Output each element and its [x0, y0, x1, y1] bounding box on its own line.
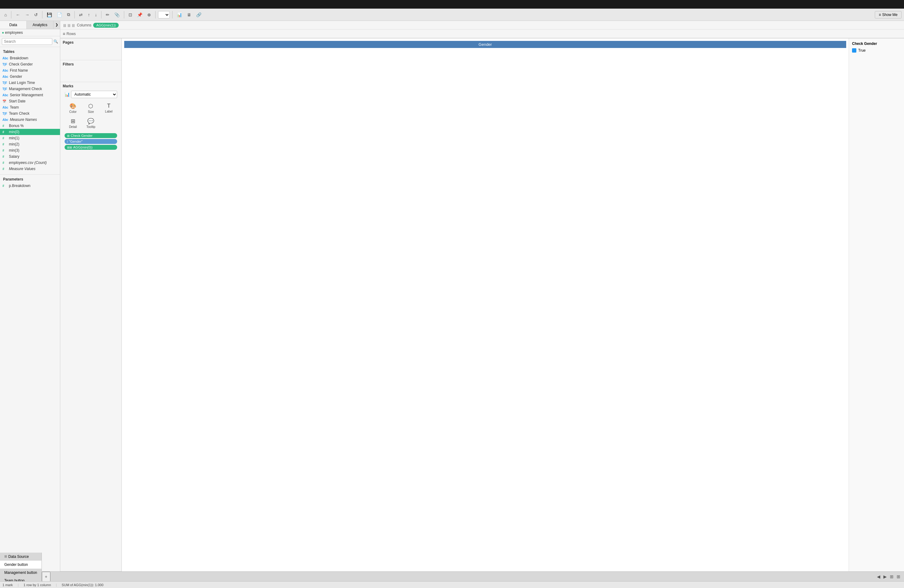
columns-pill[interactable]: AGG(min(1)): [93, 23, 119, 28]
field-bonus-pct[interactable]: #Bonus %: [0, 123, 60, 129]
show-me-button[interactable]: ≡ Show Me: [875, 11, 902, 19]
show-me-label: Show Me: [882, 13, 898, 17]
marks-type-select[interactable]: Automatic Bar Line Circle: [71, 91, 117, 98]
pages-content: [63, 46, 119, 58]
tab-scroll-right[interactable]: ⊞: [895, 574, 902, 580]
tab-scroll-left[interactable]: ⊞: [889, 574, 895, 580]
tab-mgmt-button[interactable]: Management button: [0, 569, 42, 577]
field-first-name[interactable]: AbcFirst Name: [0, 67, 60, 74]
add-tab-button[interactable]: +: [42, 572, 51, 582]
field-name-salary: Salary: [9, 154, 19, 159]
search-icon[interactable]: 🔍: [54, 40, 58, 44]
field-min2[interactable]: #min(2): [0, 141, 60, 147]
status-sum: SUM of AGG(min(1)): 1.000: [62, 583, 104, 587]
save-button[interactable]: 💾: [45, 11, 54, 19]
pin-button[interactable]: 📌: [135, 11, 144, 19]
marks-pill-check-gender[interactable]: ⊞ Check Gender: [65, 133, 117, 138]
back-button[interactable]: ←: [14, 11, 22, 19]
present-button[interactable]: 🖥: [185, 11, 193, 19]
undo-button[interactable]: ↺: [32, 11, 40, 19]
detail-button[interactable]: ⊞ Detail: [65, 116, 81, 130]
size-icon: ⬡: [88, 103, 93, 109]
annotation-button[interactable]: 📎: [112, 11, 122, 19]
columns-icon: ⫼⫼⫼: [63, 23, 76, 28]
publish-button[interactable]: 🔗: [194, 11, 203, 19]
field-min0[interactable]: #min(0): [0, 129, 60, 135]
share-button[interactable]: ⊕: [145, 11, 153, 19]
param-p-breakdown[interactable]: #p.Breakdown: [0, 183, 60, 189]
agg-min0-pill-label: AGG(min(0)): [73, 145, 93, 149]
tab-analytics[interactable]: Analytics: [27, 21, 54, 29]
tab-gender-button[interactable]: Gender button: [0, 561, 42, 569]
field-mgmt-check[interactable]: T|FManagement Check: [0, 86, 60, 92]
field-breakdown[interactable]: AbcBreakdown: [0, 55, 60, 61]
tooltip-button[interactable]: 💬 Tooltip: [82, 116, 99, 130]
columns-label: ⫼⫼⫼ Columns: [63, 23, 91, 28]
size-button[interactable]: ⬡ Size: [82, 101, 99, 115]
field-type-min0: #: [2, 130, 7, 134]
field-team[interactable]: AbcTeam: [0, 104, 60, 111]
sort-desc-button[interactable]: ↓: [93, 11, 99, 19]
detail-label: Detail: [69, 125, 77, 128]
tab-label-gender-button: Gender button: [4, 563, 28, 567]
forward-button[interactable]: →: [23, 11, 31, 19]
fit-dropdown[interactable]: Standard: [158, 11, 170, 19]
filters-section: Filters: [60, 60, 122, 82]
tab-data-source[interactable]: ⊞Data Source: [0, 553, 42, 561]
field-name-check-gender: Check Gender: [9, 62, 33, 66]
field-measure-names[interactable]: AbcMeasure Names: [0, 117, 60, 123]
field-start-date[interactable]: 📅Start Date: [0, 98, 60, 104]
tab-data[interactable]: Data: [0, 21, 27, 29]
status-sep2: |: [56, 583, 57, 587]
swap-button[interactable]: ⇄: [77, 11, 85, 19]
marks-type-icon: 📊: [65, 92, 70, 97]
status-sep1: |: [18, 583, 19, 587]
field-name-last-login: Last Login Time: [9, 81, 35, 85]
field-type-team: Abc: [2, 106, 8, 109]
tab-nav-right[interactable]: ▶: [882, 574, 888, 580]
gender-pill-label: "Gender": [69, 140, 83, 143]
field-min1[interactable]: #min(1): [0, 135, 60, 141]
search-input[interactable]: [2, 38, 52, 45]
marks-pill-gender[interactable]: i "Gender": [65, 139, 117, 144]
gender-pill-icon: i: [67, 140, 68, 143]
field-type-emp-count: #: [2, 161, 7, 164]
field-check-gender[interactable]: T|FCheck Gender: [0, 61, 60, 67]
field-salary[interactable]: #Salary: [0, 153, 60, 160]
marks-pill-agg-min0[interactable]: ⊞⊞ AGG(min(0)): [65, 145, 117, 150]
filters-content: [63, 68, 119, 80]
datasource-name[interactable]: employees: [5, 30, 23, 35]
columns-shelf: ⫼⫼⫼ Columns AGG(min(1)): [60, 21, 904, 30]
tables-title: Tables: [0, 48, 60, 55]
check-gender-pill-label: Check Gender: [71, 134, 93, 138]
home-button[interactable]: ⌂: [2, 11, 9, 19]
field-senior-mgmt[interactable]: AbcSenior Management: [0, 92, 60, 98]
field-type-start-date: 📅: [2, 100, 7, 103]
field-type-measure-names: Abc: [2, 118, 8, 122]
device-button[interactable]: 📊: [175, 11, 184, 19]
new-sheet-button[interactable]: 📄: [55, 11, 64, 19]
field-measure-values[interactable]: #Measure Values: [0, 166, 60, 172]
field-emp-count[interactable]: #employees.csv (Count): [0, 160, 60, 166]
legend-item-true: True: [852, 48, 901, 52]
viz-header: Gender: [124, 41, 846, 48]
legend-title: Check Gender: [852, 41, 901, 46]
field-last-login[interactable]: T|FLast Login Time: [0, 80, 60, 86]
rows-icon: ≡: [63, 32, 65, 36]
label-button[interactable]: T Label: [101, 101, 117, 115]
field-gender[interactable]: AbcGender: [0, 74, 60, 80]
field-type-last-login: T|F: [2, 81, 7, 85]
highlight-button[interactable]: ✏: [104, 11, 111, 19]
agg-min0-pill-icon: ⊞⊞: [67, 146, 72, 149]
field-team-check[interactable]: T|FTeam Check: [0, 111, 60, 117]
duplicate-button[interactable]: ⧉: [65, 11, 72, 19]
field-name-mgmt-check: Management Check: [9, 87, 42, 91]
sort-asc-button[interactable]: ↑: [86, 11, 92, 19]
field-min3[interactable]: #min(3): [0, 147, 60, 153]
color-button[interactable]: 🎨 Color: [65, 101, 81, 115]
label-label: Label: [105, 110, 112, 113]
field-type-check-gender: T|F: [2, 63, 7, 66]
tab-nav-left[interactable]: ◀: [876, 574, 882, 580]
fit-button[interactable]: ⊡: [127, 11, 134, 19]
sidebar-close-btn[interactable]: ❯: [54, 21, 60, 29]
